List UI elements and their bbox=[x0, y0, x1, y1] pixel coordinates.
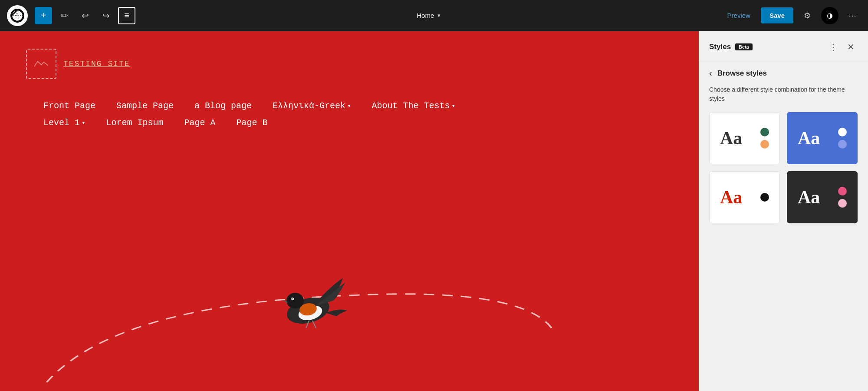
canvas: TESTING SITE Front Page Sample Page a Bl… bbox=[0, 31, 699, 391]
panel-icons: ⋮ ✕ bbox=[826, 40, 858, 54]
site-header: TESTING SITE Front Page Sample Page a Bl… bbox=[0, 31, 699, 136]
nav-page-b[interactable]: Page B bbox=[237, 118, 268, 128]
nav-lorem-ipsum[interactable]: Lorem Ipsum bbox=[106, 118, 163, 128]
chevron-about-icon: ▾ bbox=[452, 102, 455, 109]
chevron-level1-icon: ▾ bbox=[82, 119, 85, 126]
style-aa-dark: Aa bbox=[798, 187, 820, 208]
panel-title-row: Styles Beta bbox=[709, 43, 753, 51]
chevron-greek-icon: ▾ bbox=[347, 102, 351, 109]
dot-pink-light bbox=[838, 199, 847, 208]
nav-front-page[interactable]: Front Page bbox=[43, 101, 95, 111]
pencil-button[interactable]: ✏ bbox=[56, 7, 73, 24]
right-panel: Styles Beta ⋮ ✕ ‹ Browse styles Choose a… bbox=[699, 31, 868, 391]
nav-row-1: Front Page Sample Page a Blog page Ελλην… bbox=[43, 101, 673, 111]
site-logo-area: TESTING SITE bbox=[26, 49, 673, 79]
site-nav: Front Page Sample Page a Blog page Ελλην… bbox=[26, 101, 673, 128]
toolbar: + ✏ ↩ ↪ ≡ Home ▾ Preview Save ⚙ ◑ ⋯ bbox=[0, 0, 868, 31]
style-aa-white-red: Aa bbox=[720, 187, 742, 208]
dot-black bbox=[760, 193, 769, 202]
dot-white-outline bbox=[838, 140, 847, 149]
panel-title: Styles bbox=[709, 43, 731, 51]
svg-point-6 bbox=[292, 298, 293, 300]
svg-point-4 bbox=[286, 293, 304, 308]
style-dots-dark bbox=[838, 187, 847, 208]
nav-greek[interactable]: Ελληνικά-Greek ▾ bbox=[273, 101, 351, 111]
redo-button[interactable]: ↪ bbox=[97, 7, 115, 24]
style-card-blue[interactable]: Aa bbox=[787, 112, 858, 164]
svg-line-8 bbox=[312, 321, 316, 328]
logo-placeholder bbox=[26, 49, 56, 79]
site-title: TESTING SITE bbox=[63, 60, 130, 68]
toolbar-center: Home ▾ bbox=[139, 12, 719, 19]
nav-blog-page[interactable]: a Blog page bbox=[194, 101, 252, 111]
save-button[interactable]: Save bbox=[761, 7, 793, 23]
panel-back-button[interactable]: ‹ bbox=[709, 68, 712, 78]
style-card-white-red[interactable]: Aa bbox=[709, 171, 780, 223]
add-button[interactable]: + bbox=[35, 7, 52, 24]
styles-grid: Aa Aa Aa bbox=[699, 112, 868, 234]
nav-row-2: Level 1 ▾ Lorem Ipsum Page A Page B bbox=[43, 118, 673, 128]
nav-page-a[interactable]: Page A bbox=[184, 118, 215, 128]
chevron-down-icon: ▾ bbox=[437, 12, 441, 19]
panel-more-button[interactable]: ⋮ bbox=[826, 40, 840, 54]
style-dots-white-red bbox=[760, 193, 769, 202]
list-view-button[interactable]: ≡ bbox=[118, 7, 135, 24]
dot-green bbox=[760, 128, 769, 136]
toolbar-right: Preview Save ⚙ ◑ ⋯ bbox=[722, 7, 861, 24]
style-aa-blue: Aa bbox=[798, 128, 820, 149]
panel-close-button[interactable]: ✕ bbox=[844, 40, 858, 54]
main-area: TESTING SITE Front Page Sample Page a Bl… bbox=[0, 31, 868, 391]
wp-logo[interactable] bbox=[7, 5, 28, 26]
style-card-dark[interactable]: Aa bbox=[787, 171, 858, 223]
contrast-button[interactable]: ◑ bbox=[821, 7, 838, 24]
panel-nav: ‹ Browse styles bbox=[699, 61, 868, 85]
style-card-white[interactable]: Aa bbox=[709, 112, 780, 164]
style-dots-white bbox=[760, 128, 769, 149]
undo-button[interactable]: ↩ bbox=[76, 7, 94, 24]
nav-sample-page[interactable]: Sample Page bbox=[116, 101, 174, 111]
browse-styles-title: Browse styles bbox=[717, 69, 767, 78]
more-options-button[interactable]: ⋯ bbox=[844, 7, 861, 24]
panel-header: Styles Beta ⋮ ✕ bbox=[699, 31, 868, 61]
beta-badge: Beta bbox=[735, 43, 753, 50]
panel-description: Choose a different style combination for… bbox=[699, 85, 868, 112]
page-title: Home bbox=[417, 12, 434, 19]
bird-illustration bbox=[269, 269, 347, 339]
bird-container bbox=[269, 269, 347, 339]
preview-button[interactable]: Preview bbox=[722, 8, 756, 23]
dot-white-1 bbox=[838, 128, 847, 136]
style-dots-blue bbox=[838, 128, 847, 149]
dot-peach bbox=[760, 140, 769, 149]
nav-level1[interactable]: Level 1 ▾ bbox=[43, 118, 85, 128]
style-aa-white: Aa bbox=[720, 128, 742, 149]
dot-pink bbox=[838, 187, 847, 196]
settings-button[interactable]: ⚙ bbox=[799, 7, 816, 24]
nav-about-tests[interactable]: About The Tests ▾ bbox=[372, 101, 455, 111]
dashed-arc bbox=[0, 261, 699, 391]
